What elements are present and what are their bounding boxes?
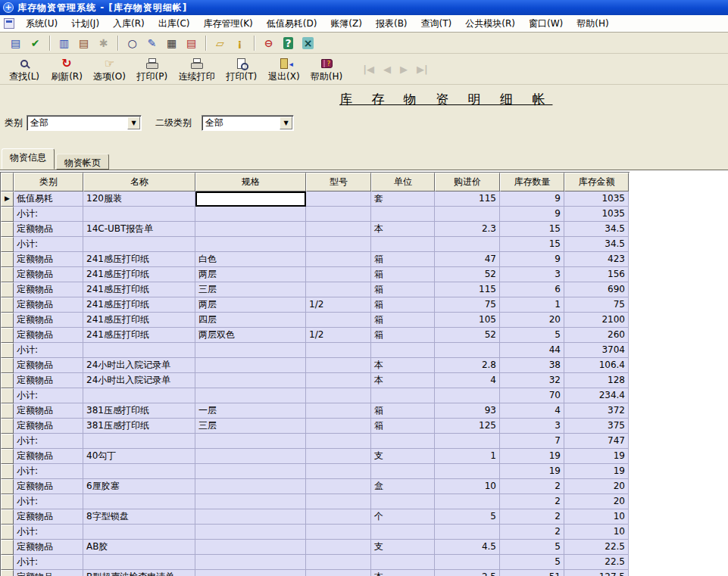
row-selector[interactable]	[1, 494, 14, 509]
cell-purchase-price[interactable]	[435, 494, 500, 509]
table-row[interactable]: 定额物品AB胶支4.5522.5	[1, 540, 630, 555]
cell-category[interactable]: 小计:	[14, 237, 83, 252]
print-button[interactable]: 打印(P)	[131, 55, 173, 83]
cell-name[interactable]: 24小时出入院记录单	[83, 358, 195, 373]
row-selector[interactable]: ▶	[1, 191, 14, 207]
cell-spec[interactable]	[195, 191, 306, 207]
cell-stock-qty[interactable]: 9	[500, 252, 564, 267]
cell-model[interactable]	[306, 555, 371, 570]
clipboard-add-button[interactable]: ▤	[74, 34, 93, 52]
cell-name[interactable]: 381压感打印纸	[83, 403, 195, 419]
cell-model[interactable]	[306, 449, 371, 464]
cell-model[interactable]	[306, 525, 371, 540]
cell-category[interactable]: 定额物品	[14, 479, 83, 494]
column-header-unit[interactable]: 单位	[371, 173, 435, 191]
cell-spec[interactable]	[195, 540, 306, 555]
cell-model[interactable]: 1/2	[306, 328, 371, 343]
cell-stock-qty[interactable]: 19	[500, 449, 564, 464]
row-selector[interactable]	[1, 525, 14, 540]
menu-item-9[interactable]: 查询(T)	[414, 16, 459, 31]
cell-model[interactable]	[306, 343, 371, 358]
column-header-stock-amount[interactable]: 库存金额	[564, 173, 629, 191]
cell-spec[interactable]	[195, 434, 306, 449]
row-selector[interactable]	[1, 358, 14, 373]
cell-stock-qty[interactable]: 5	[500, 555, 564, 570]
cell-stock-qty[interactable]: 5	[500, 328, 564, 343]
cell-purchase-price[interactable]: 4	[435, 373, 500, 388]
cell-unit[interactable]	[371, 237, 435, 252]
cell-purchase-price[interactable]: 2.3	[435, 222, 500, 237]
cell-stock-amount[interactable]: 372	[564, 403, 629, 419]
cell-category[interactable]: 定额物品	[14, 509, 83, 525]
table-row[interactable]: 定额物品24小时出入院记录单本432128	[1, 373, 630, 388]
row-selector[interactable]	[1, 570, 14, 576]
menu-item-1[interactable]: 系统(U)	[19, 16, 64, 31]
chevron-down-icon[interactable]: ▼	[127, 117, 140, 129]
cell-stock-qty[interactable]: 1	[500, 297, 564, 313]
cell-stock-qty[interactable]: 19	[500, 464, 564, 479]
cell-name[interactable]	[83, 555, 195, 570]
cell-stock-amount[interactable]: 10	[564, 509, 629, 525]
table-row[interactable]: ▶低值易耗120服装套11591035	[1, 191, 630, 207]
table-row[interactable]: 小计:1919	[1, 464, 630, 479]
cell-stock-qty[interactable]: 3	[500, 419, 564, 434]
row-selector[interactable]	[1, 388, 14, 403]
menu-item-4[interactable]: 出库(C)	[152, 16, 197, 31]
cell-name[interactable]: 241感压打印纸	[83, 297, 195, 313]
cell-purchase-price[interactable]: 2.8	[435, 358, 500, 373]
menu-item-11[interactable]: 窗口(W)	[522, 16, 570, 31]
cell-stock-amount[interactable]: 260	[564, 328, 629, 343]
cell-unit[interactable]: 个	[371, 509, 435, 525]
cell-unit[interactable]: 本	[371, 570, 435, 576]
import-doc-button[interactable]: ▤	[6, 34, 25, 52]
cell-purchase-price[interactable]: 47	[435, 252, 500, 267]
cell-purchase-price[interactable]: 125	[435, 419, 500, 434]
cell-name[interactable]: 241感压打印纸	[83, 282, 195, 297]
cell-unit[interactable]	[371, 207, 435, 222]
cell-unit[interactable]: 箱	[371, 403, 435, 419]
cell-purchase-price[interactable]: 2.5	[435, 570, 500, 576]
table-row[interactable]: 小计:210	[1, 525, 630, 540]
cell-name[interactable]	[83, 207, 195, 222]
cell-category[interactable]: 定额物品	[14, 297, 83, 313]
cell-model[interactable]	[306, 373, 371, 388]
table-row[interactable]: 小计:220	[1, 494, 630, 509]
chevron-down-icon[interactable]: ▼	[280, 117, 292, 129]
cell-stock-amount[interactable]: 75	[564, 297, 629, 313]
nav-next-icon[interactable]: ▶	[395, 64, 412, 75]
cell-stock-qty[interactable]: 20	[500, 313, 564, 328]
menu-item-6[interactable]: 低值易耗(D)	[260, 16, 324, 31]
cell-purchase-price[interactable]: 4.5	[435, 540, 500, 555]
cell-model[interactable]	[306, 237, 371, 252]
cell-model[interactable]	[306, 509, 371, 525]
cell-stock-qty[interactable]: 44	[500, 343, 564, 358]
cell-category[interactable]: 低值易耗	[14, 191, 83, 207]
cell-purchase-price[interactable]: 115	[435, 191, 500, 207]
cell-stock-amount[interactable]: 156	[564, 267, 629, 282]
grid-button[interactable]: ▦	[162, 34, 181, 52]
stop-button[interactable]: ⊖	[259, 34, 278, 52]
cell-stock-amount[interactable]: 22.5	[564, 555, 629, 570]
cell-stock-qty[interactable]: 38	[500, 358, 564, 373]
row-selector[interactable]	[1, 373, 14, 388]
cell-purchase-price[interactable]	[435, 555, 500, 570]
title-bar[interactable]: + 库存物资管理系统 - [库存物资明细帐]	[0, 0, 728, 15]
cell-name[interactable]: 241感压打印纸	[83, 267, 195, 282]
cell-stock-qty[interactable]: 4	[500, 403, 564, 419]
exit-button[interactable]: 退出(X)	[263, 55, 305, 83]
cell-spec[interactable]	[195, 358, 306, 373]
cell-name[interactable]: 40勾丁	[83, 449, 195, 464]
row-selector[interactable]	[1, 328, 14, 343]
row-selector[interactable]	[1, 207, 14, 222]
cell-stock-amount[interactable]: 20	[564, 479, 629, 494]
cell-model[interactable]: 1/2	[306, 297, 371, 313]
cell-model[interactable]	[306, 282, 371, 297]
cell-unit[interactable]: 本	[371, 358, 435, 373]
menu-item-12[interactable]: 帮助(H)	[570, 16, 615, 31]
cell-name[interactable]	[83, 237, 195, 252]
row-selector[interactable]	[1, 313, 14, 328]
cell-spec[interactable]: 白色	[195, 252, 306, 267]
cell-stock-amount[interactable]: 34.5	[564, 222, 629, 237]
cell-unit[interactable]	[371, 388, 435, 403]
cell-unit[interactable]: 箱	[371, 252, 435, 267]
